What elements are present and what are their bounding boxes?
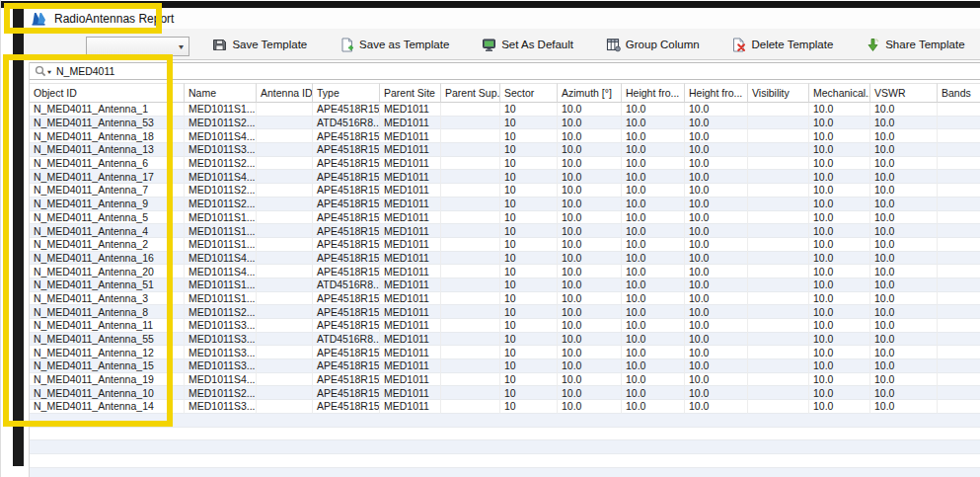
empty-cell	[685, 428, 748, 441]
table-row[interactable]: N_MED4011_Antenna_14MED1011S3...APE4518R…	[30, 400, 980, 414]
column-header-name[interactable]: Name	[185, 83, 257, 103]
cell-sector: 10	[500, 319, 558, 333]
table-row[interactable]: N_MED4011_Antenna_1MED1011S1...APE4518R1…	[30, 103, 980, 117]
cell-height1: 10.0	[622, 319, 685, 333]
cell-sector: 10	[500, 373, 558, 387]
table-row[interactable]: N_MED4011_Antenna_8MED1011S2...APE4518R1…	[30, 305, 980, 319]
table-row[interactable]: N_MED4011_Antenna_9MED1011S2...APE4518R1…	[30, 198, 980, 211]
cell-parent-site: MED1011	[380, 265, 441, 278]
search-options-chevron-icon[interactable]: ▾	[47, 67, 51, 74]
table-row[interactable]: N_MED4011_Antenna_20MED1011S4...APE4518R…	[30, 265, 980, 278]
cell-name: MED1011S4...	[185, 252, 257, 266]
empty-cell	[500, 454, 558, 468]
cell-azimuth: 10.0	[558, 386, 622, 400]
group-column-button[interactable]: Group Column	[600, 35, 706, 55]
column-header-vswr[interactable]: VSWR	[870, 83, 938, 103]
table-row[interactable]: N_MED4011_Antenna_6MED1011S2...APE4518R1…	[30, 157, 980, 171]
set-as-default-button[interactable]: Set As Default	[476, 35, 579, 55]
cell-mechanical: 10.0	[809, 198, 870, 211]
empty-cell	[685, 454, 748, 468]
save-as-template-button[interactable]: Save as Template	[334, 35, 455, 55]
save-template-button[interactable]: Save Template	[206, 35, 313, 55]
group-column-label: Group Column	[626, 39, 700, 50]
empty-cell	[185, 414, 257, 428]
cell-sector: 10	[500, 346, 558, 359]
cell-name: MED1011S3...	[185, 143, 257, 157]
delete-template-button[interactable]: Delete Template	[725, 35, 839, 55]
column-header-object-id[interactable]: Object ID	[30, 83, 185, 103]
column-header-parent-sup[interactable]: Parent Sup...	[441, 83, 500, 103]
save-template-label: Save Template	[232, 39, 307, 50]
table-row[interactable]: N_MED4011_Antenna_15MED1011S3...APE4518R…	[30, 359, 980, 373]
empty-cell	[185, 468, 257, 477]
table-row[interactable]: N_MED4011_Antenna_16MED1011S4...APE4518R…	[30, 252, 980, 266]
cell-name: MED1011S1...	[185, 292, 257, 306]
cell-azimuth: 10.0	[558, 278, 622, 292]
cell-parent-sup	[441, 305, 500, 319]
table-row[interactable]: N_MED4011_Antenna_18MED1011S4...APE4518R…	[30, 129, 980, 143]
cell-azimuth: 10.0	[558, 224, 622, 238]
table-row[interactable]: N_MED4011_Antenna_17MED1011S4...APE4518R…	[30, 170, 980, 184]
empty-cell	[500, 468, 558, 477]
cell-name: MED1011S2...	[185, 386, 257, 400]
cell-type: ATD4516R8...	[313, 278, 380, 292]
table-row[interactable]: N_MED4011_Antenna_3MED1011S1...APE4518R1…	[30, 292, 980, 306]
table-row[interactable]: N_MED4011_Antenna_12MED1011S3...APE4518R…	[30, 346, 980, 359]
cell-bands	[938, 129, 980, 143]
cell-parent-sup	[441, 252, 500, 266]
set-as-default-label: Set As Default	[501, 39, 573, 50]
column-header-antenna-id[interactable]: Antenna ID	[257, 83, 313, 103]
table-row[interactable]: N_MED4011_Antenna_7MED1011S2...APE4518R1…	[30, 184, 980, 198]
column-header-azimuth[interactable]: Azimuth [°]	[558, 83, 622, 103]
column-header-visibility[interactable]: Visibility	[748, 83, 809, 103]
column-header-mechanical[interactable]: Mechanical...	[809, 83, 870, 103]
share-template-button[interactable]: Share Template	[860, 35, 970, 55]
cell-type: ATD4516R8...	[313, 333, 380, 347]
cell-height1: 10.0	[622, 400, 685, 414]
column-header-bands[interactable]: Bands	[938, 83, 980, 103]
cell-height2: 10.0	[685, 252, 748, 266]
table-row[interactable]: N_MED4011_Antenna_10MED1011S2...APE4518R…	[30, 386, 980, 400]
table-row[interactable]: N_MED4011_Antenna_51MED1011S1...ATD4516R…	[30, 278, 980, 292]
cell-visibility	[748, 319, 809, 333]
table-row[interactable]: N_MED4011_Antenna_53MED1011S2...ATD4516R…	[30, 117, 980, 130]
cell-height1: 10.0	[622, 211, 685, 225]
cell-parent-site: MED1011	[380, 292, 441, 306]
share-template-label: Share Template	[885, 39, 964, 50]
template-dropdown[interactable]: ▾	[86, 37, 189, 56]
cell-visibility	[748, 386, 809, 400]
table-row[interactable]: N_MED4011_Antenna_2MED1011S1...APE4518R1…	[30, 238, 980, 252]
search-query-text: N_MED4011	[56, 65, 114, 77]
table-row[interactable]: N_MED4011_Antenna_4MED1011S1...APE4518R1…	[30, 224, 980, 238]
column-header-height-1[interactable]: Height fro...	[622, 83, 685, 103]
table-row[interactable]: N_MED4011_Antenna_5MED1011S1...APE4518R1…	[30, 211, 980, 225]
cell-sector: 10	[500, 224, 558, 238]
group-column-icon	[606, 38, 621, 52]
cell-bands	[938, 305, 980, 319]
empty-cell	[185, 454, 257, 468]
table-row[interactable]: N_MED4011_Antenna_11MED1011S3...APE4518R…	[30, 319, 980, 333]
cell-object-id: N_MED4011_Antenna_13	[30, 143, 185, 157]
column-header-parent-site[interactable]: Parent Site	[380, 83, 441, 103]
empty-cell	[257, 428, 313, 441]
cell-parent-site: MED1011	[380, 129, 441, 143]
cell-name: MED1011S1...	[185, 211, 257, 225]
cell-sector: 10	[500, 103, 558, 117]
empty-cell	[558, 454, 622, 468]
cell-vswr: 10.0	[870, 386, 938, 400]
cell-height2: 10.0	[685, 265, 748, 278]
cell-visibility	[748, 129, 809, 143]
column-header-type[interactable]: Type	[313, 83, 380, 103]
empty-cell	[380, 454, 441, 468]
cell-bands	[938, 319, 980, 333]
cell-visibility	[748, 198, 809, 211]
table-row[interactable]: N_MED4011_Antenna_19MED1011S4...APE4518R…	[30, 373, 980, 387]
column-header-height-2[interactable]: Height fro...	[685, 83, 748, 103]
table-row[interactable]: N_MED4011_Antenna_13MED1011S3...APE4518R…	[30, 143, 980, 157]
column-header-sector[interactable]: Sector	[500, 83, 558, 103]
search-input[interactable]: ▾ N_MED4011	[30, 62, 980, 80]
table-row[interactable]: N_MED4011_Antenna_55MED1011S3...ATD4516R…	[30, 333, 980, 347]
cell-bands	[938, 103, 980, 117]
set-default-icon	[482, 38, 496, 52]
cell-name: MED1011S3...	[185, 319, 257, 333]
